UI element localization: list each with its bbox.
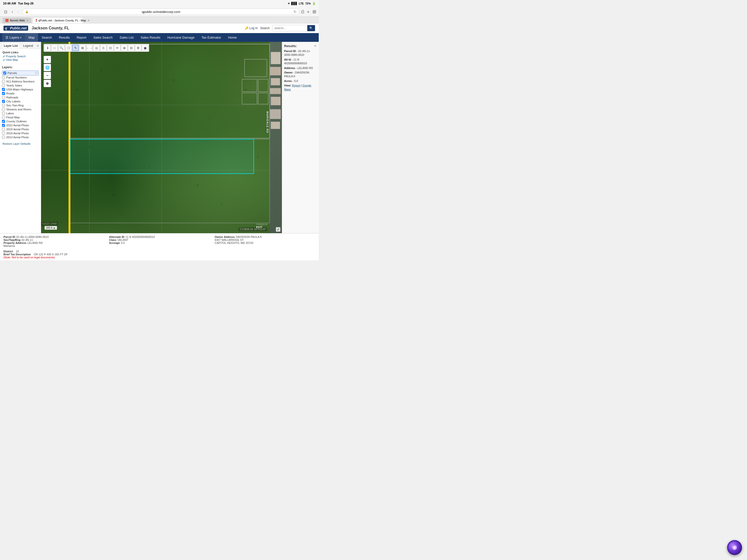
tool-identify[interactable]: ℹ xyxy=(44,45,51,51)
tab-layer-list[interactable]: Layer List xyxy=(1,43,20,49)
info-class-label: Class xyxy=(109,238,116,241)
logo: qTMPublic.net Jackson County, FL xyxy=(3,26,69,31)
layer-info-parcels[interactable]: ⓘ xyxy=(35,71,37,75)
tool-zoom[interactable]: 🔍 xyxy=(58,45,65,51)
tool-redline[interactable]: ✏ xyxy=(114,45,121,51)
nav-item-map[interactable]: Map xyxy=(25,33,38,42)
tool-buffer[interactable]: ◎ xyxy=(93,45,100,51)
new-tab-button[interactable]: ＋ xyxy=(306,9,310,15)
map-area[interactable]: MARIDALE RD ℹ □ 🔍 ⬠ ✎ ⊞ ←→ ◎ ⎙ xyxy=(41,42,282,233)
tab-legend[interactable]: Legend xyxy=(21,43,35,49)
nav-hurricane-label: Hurricane Damage xyxy=(167,35,195,40)
layer-cb-aerial-2022[interactable] xyxy=(2,124,5,127)
layer-cb-flood-map[interactable] xyxy=(2,116,5,119)
nav-item-sales-results[interactable]: Sales Results xyxy=(137,33,164,42)
layer-cb-streams[interactable] xyxy=(2,108,5,111)
result-acres: Acres - 5.0 xyxy=(284,79,317,83)
nav-report-label: Report xyxy=(77,35,86,40)
tabs-button[interactable]: ⊞ xyxy=(312,9,316,15)
building-3 xyxy=(271,78,280,85)
nav-item-layers[interactable]: ☰ Layers ▾ xyxy=(2,33,25,42)
info-prop-addr-label: Property Address xyxy=(3,241,26,245)
nav-item-hurricane[interactable]: Hurricane Damage xyxy=(164,33,198,42)
layer-cb-sec-twn-rng[interactable] xyxy=(2,104,5,107)
layer-cb-lakes[interactable] xyxy=(2,112,5,115)
layer-cb-county-outlines[interactable] xyxy=(2,120,5,123)
search-input[interactable] xyxy=(273,25,307,31)
url-bar[interactable]: 🔒 qpublic.schneidercorp.com ↻ xyxy=(22,8,299,15)
login-link[interactable]: 🔑 Log In xyxy=(245,26,258,30)
layer-cb-aerial-2013[interactable] xyxy=(2,136,5,139)
nav-item-home[interactable]: Home xyxy=(225,33,240,42)
map-expand-button[interactable]: ⤢ xyxy=(276,227,280,232)
nav-item-sales-list[interactable]: Sales List xyxy=(116,33,137,42)
layer-cb-usa-highways[interactable] xyxy=(2,88,5,91)
layers-title: Layers: xyxy=(2,66,39,69)
signal-bars: ▋▋▋ xyxy=(291,2,297,5)
globe-button[interactable]: 🌐 xyxy=(44,64,51,71)
nav-layers-label: Layers xyxy=(9,35,19,40)
tool-select-poly[interactable]: ⬠ xyxy=(65,45,72,51)
tab-flexmls-close[interactable]: ✕ xyxy=(26,19,28,22)
view-map-link[interactable]: View Map xyxy=(2,58,38,61)
tool-select-rect[interactable]: □ xyxy=(51,45,58,51)
tool-clear[interactable]: ⊗ xyxy=(121,45,128,51)
tool-print[interactable]: ⊡ xyxy=(107,45,113,51)
tool-compare[interactable]: ⊟ xyxy=(128,45,134,51)
locate-button[interactable]: ⊕ xyxy=(44,80,51,87)
sidebar-toggle-button[interactable]: ⊡ xyxy=(2,9,9,15)
layers-section: Layers: Parcels ⓘ Parcel Numbers 911 Add… xyxy=(0,64,41,141)
zoom-out-button[interactable]: − xyxy=(44,72,51,79)
share-button[interactable]: ⎙ xyxy=(301,9,304,15)
tool-draw[interactable]: ✎ xyxy=(72,45,79,51)
tool-settings[interactable]: ⚙ xyxy=(135,45,141,51)
layer-cb-aerial-2016[interactable] xyxy=(2,132,5,135)
nav-item-report[interactable]: Report xyxy=(73,33,90,42)
layer-cb-railroads[interactable] xyxy=(2,96,5,99)
layer-label-yearly-sales: Yearly Sales xyxy=(6,84,22,87)
panel-close-button[interactable]: ✕ xyxy=(36,44,39,48)
layer-cb-aerial-2019[interactable] xyxy=(2,128,5,131)
result-view-links: View: Report | Google Maps xyxy=(284,84,317,92)
restore-defaults-link[interactable]: Restore Layer Defaults xyxy=(0,141,41,147)
forward-button[interactable]: › xyxy=(16,9,20,15)
layer-cb-city-labels[interactable] xyxy=(2,100,5,103)
result-report-link[interactable]: Report xyxy=(292,84,300,87)
layer-cb-yearly-sales[interactable] xyxy=(2,84,5,87)
tab-flexmls[interactable]: f flexmls Web ✕ xyxy=(2,18,31,23)
selected-parcel[interactable] xyxy=(70,139,254,174)
tool-distance[interactable]: ←→ xyxy=(86,45,93,51)
layer-cb-parcels[interactable] xyxy=(3,72,6,75)
back-button[interactable]: ‹ xyxy=(10,9,15,15)
svg-rect-4 xyxy=(258,93,268,104)
info-city: Marianna xyxy=(3,245,104,247)
building-7 xyxy=(271,122,280,129)
esri-logo: POWERED BY esri xyxy=(256,224,268,229)
property-search-link[interactable]: Property Search xyxy=(2,55,38,58)
info-sec-twp: Sec/Twp/Rng 02-4N-11 xyxy=(3,238,104,241)
nav-tax-label: Tax Estimator xyxy=(202,35,221,40)
search-submit-button[interactable]: 🔍 xyxy=(307,25,315,31)
nav-sales-list-label: Sales List xyxy=(120,35,133,40)
results-close-button[interactable]: ✕ xyxy=(314,44,317,48)
nav-item-sales-search[interactable]: Sales Search xyxy=(90,33,116,42)
zoom-in-button[interactable]: + xyxy=(44,56,51,63)
layer-cb-address-numbers[interactable] xyxy=(2,80,5,83)
layer-cb-roads[interactable] xyxy=(2,92,5,95)
tab-qpublic-close[interactable]: ✕ xyxy=(88,19,89,22)
tab-qpublic[interactable]: q qPublic.net - Jackson County, FL - Map… xyxy=(33,18,83,23)
battery-icon: 🔋 xyxy=(312,2,316,5)
layer-cb-parcel-numbers[interactable] xyxy=(2,76,5,79)
reload-icon[interactable]: ↻ xyxy=(293,10,297,14)
nav-item-results[interactable]: Results xyxy=(55,33,73,42)
tool-export[interactable]: ⎙ xyxy=(100,45,107,51)
result-parcel-id: Parcel ID - 02-4N-11-0000-0080-0010 xyxy=(284,49,317,57)
info-parcel-id: Parcel ID 02-4N-11-0000-0080-0010 xyxy=(3,235,104,238)
nav-item-tax[interactable]: Tax Estimator xyxy=(198,33,225,42)
nav-item-search[interactable]: Search xyxy=(38,33,55,42)
result-address-value: LELAND RD xyxy=(298,67,313,70)
tool-measure-rect[interactable]: ⊞ xyxy=(79,45,86,51)
tool-help[interactable]: ▣ xyxy=(142,45,148,51)
info-owner-city-value: CAPITOL HEIGHTS, MD 20743 xyxy=(215,241,253,245)
scale-text: 200 ft xyxy=(46,226,52,229)
